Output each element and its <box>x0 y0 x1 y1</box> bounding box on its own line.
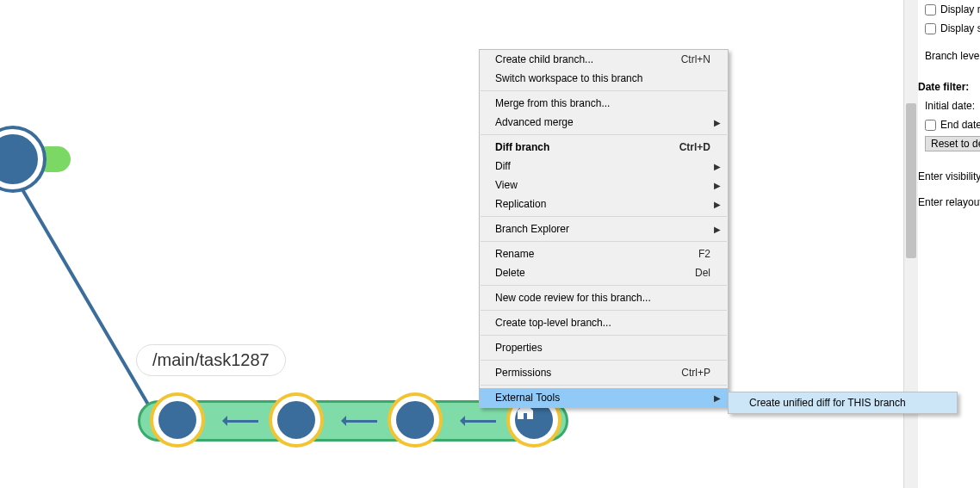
menu-merge-from-branch[interactable]: Merge from this branch... <box>480 94 728 113</box>
commit-node[interactable] <box>391 396 439 444</box>
branch-canvas[interactable]: /main/task1287 <box>0 0 903 488</box>
commit-link <box>343 420 377 423</box>
display-m-checkbox[interactable] <box>925 4 936 15</box>
commit-link <box>462 420 496 423</box>
menu-separator <box>481 360 727 361</box>
chevron-right-icon: ▶ <box>714 200 721 209</box>
menu-replication[interactable]: Replication ▶ <box>480 195 728 213</box>
menu-create-unified-diff[interactable]: Create unified diff for THIS branch <box>729 392 957 413</box>
date-filter-heading: Date filter: <box>918 81 969 93</box>
menu-permissions[interactable]: Permissions Ctrl+P <box>480 363 728 382</box>
chevron-right-icon: ▶ <box>714 181 721 190</box>
vertical-scrollbar[interactable] <box>903 0 918 488</box>
menu-separator <box>481 90 727 91</box>
end-date-checkbox[interactable] <box>925 120 936 131</box>
menu-view[interactable]: View ▶ <box>480 176 728 195</box>
menu-create-child-branch[interactable]: Create child branch... Ctrl+N <box>480 50 728 69</box>
menu-branch-explorer[interactable]: Branch Explorer ▶ <box>480 219 728 238</box>
menu-external-tools[interactable]: External Tools ▶ <box>480 388 728 407</box>
menu-create-top-level-branch[interactable]: Create top-level branch... <box>480 313 728 332</box>
menu-separator <box>481 134 727 135</box>
menu-separator <box>481 241 727 242</box>
scrollbar-thumb[interactable] <box>906 103 916 258</box>
display-s-checkbox[interactable] <box>925 23 936 34</box>
commit-link <box>224 420 258 423</box>
menu-switch-workspace[interactable]: Switch workspace to this branch <box>480 69 728 88</box>
branch-context-menu: Create child branch... Ctrl+N Switch wor… <box>479 49 729 408</box>
options-panel: Display m Display s Branch level: Date f… <box>918 0 980 488</box>
initial-date-label: Initial date: <box>925 100 975 112</box>
branch-label[interactable]: /main/task1287 <box>136 344 286 376</box>
svg-line-0 <box>17 181 151 409</box>
commit-node[interactable] <box>272 396 320 444</box>
chevron-right-icon: ▶ <box>714 162 721 171</box>
menu-separator <box>481 335 727 336</box>
enter-visibility-label: Enter visibility <box>918 170 980 182</box>
enter-relayout-label: Enter relayout <box>918 196 980 208</box>
menu-properties[interactable]: Properties <box>480 338 728 357</box>
menu-separator <box>481 216 727 217</box>
menu-diff-branch[interactable]: Diff branch Ctrl+D <box>480 138 728 157</box>
menu-separator <box>481 310 727 311</box>
external-tools-submenu: Create unified diff for THIS branch <box>728 392 958 414</box>
display-m-label: Display m <box>940 3 980 15</box>
chevron-right-icon: ▶ <box>714 393 721 403</box>
menu-new-code-review[interactable]: New code review for this branch... <box>480 288 728 307</box>
chevron-right-icon: ▶ <box>714 118 721 127</box>
chevron-right-icon: ▶ <box>714 225 721 234</box>
commit-node[interactable] <box>153 396 202 444</box>
display-s-label: Display s <box>940 22 980 34</box>
menu-rename[interactable]: Rename F2 <box>480 244 728 263</box>
reset-defaults-button[interactable]: Reset to de <box>925 136 980 151</box>
menu-advanced-merge[interactable]: Advanced merge ▶ <box>480 113 728 132</box>
end-date-label: End date <box>940 119 980 131</box>
branch-levels-label: Branch level: <box>925 50 980 62</box>
menu-separator <box>481 285 727 286</box>
menu-separator <box>481 385 727 386</box>
menu-diff[interactable]: Diff ▶ <box>480 157 728 176</box>
menu-delete[interactable]: Delete Del <box>480 263 728 282</box>
